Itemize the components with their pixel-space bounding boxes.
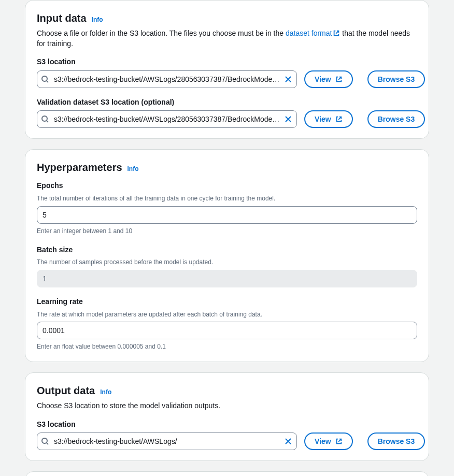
output-data-title: Output data (37, 383, 95, 398)
output-data-panel: Output data Info Choose S3 location to s… (25, 372, 429, 461)
output-s3-view-button[interactable]: View (304, 432, 353, 450)
external-link-icon (333, 30, 340, 37)
s3-location-label: S3 location (37, 57, 417, 67)
output-s3-clear-button[interactable] (282, 436, 294, 447)
epochs-sublabel: The total number of iterations of all th… (37, 194, 417, 203)
input-data-info-link[interactable]: Info (92, 16, 103, 24)
learning-rate-label: Learning rate (37, 297, 417, 307)
s3-location-view-button[interactable]: View (304, 70, 353, 88)
learning-rate-sublabel: The rate at which model parameters are u… (37, 310, 417, 319)
validation-s3-browse-button[interactable]: Browse S3 (367, 110, 425, 128)
output-data-info-link[interactable]: Info (100, 388, 111, 397)
epochs-label: Epochs (37, 181, 417, 191)
learning-rate-hint: Enter an float value between 0.000005 an… (37, 342, 417, 351)
epochs-hint: Enter an integer between 1 and 10 (37, 227, 417, 236)
dataset-format-link[interactable]: dataset format (286, 29, 340, 37)
hyperparameters-title: Hyperparameters (37, 160, 122, 175)
external-link-icon (335, 116, 343, 123)
external-link-icon (335, 76, 343, 83)
close-icon (284, 75, 292, 83)
validation-s3-view-button[interactable]: View (304, 110, 353, 128)
input-data-title: Input data (37, 11, 87, 25)
external-link-icon (335, 438, 343, 445)
s3-location-input[interactable] (37, 70, 297, 88)
s3-location-browse-button[interactable]: Browse S3 (367, 70, 425, 88)
close-icon (284, 437, 292, 445)
hyperparameters-info-link[interactable]: Info (127, 165, 139, 174)
epochs-input[interactable] (37, 206, 417, 224)
s3-location-clear-button[interactable] (282, 74, 294, 85)
input-data-panel: Input data Info Choose a file or folder … (25, 0, 429, 139)
learning-rate-input[interactable] (37, 322, 417, 339)
output-s3-label: S3 location (37, 420, 417, 430)
input-data-description: Choose a file or folder in the S3 locati… (37, 28, 417, 49)
output-s3-browse-button[interactable]: Browse S3 (367, 432, 425, 450)
output-s3-input[interactable] (37, 432, 297, 450)
validation-s3-clear-button[interactable] (282, 113, 294, 125)
service-access-panel: Service access Info Bedrock model custom… (25, 471, 429, 476)
batch-size-input (37, 270, 417, 287)
validation-s3-input[interactable] (37, 110, 297, 128)
validation-s3-label: Validation dataset S3 location (optional… (37, 97, 417, 108)
batch-size-sublabel: The number of samples processed before t… (37, 258, 417, 267)
batch-size-label: Batch size (37, 245, 417, 255)
close-icon (284, 115, 292, 123)
output-data-description: Choose S3 location to store the model va… (37, 401, 417, 411)
hyperparameters-panel: Hyperparameters Info Epochs The total nu… (25, 149, 429, 362)
